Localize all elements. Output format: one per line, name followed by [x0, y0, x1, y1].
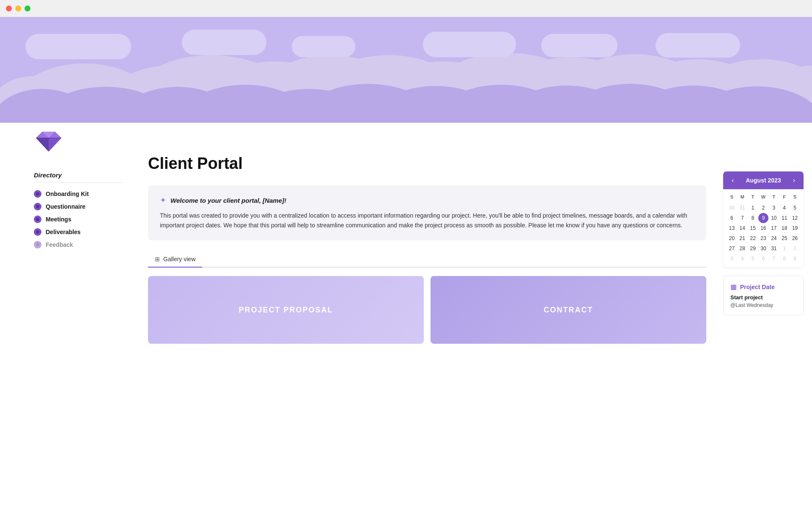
calendar-day[interactable]: 1: [779, 243, 790, 254]
calendar-day[interactable]: 30: [727, 203, 737, 213]
directory-item-label: Meetings: [46, 216, 71, 223]
directory-item[interactable]: Meetings: [34, 213, 123, 226]
calendar-day[interactable]: 1: [748, 203, 758, 213]
project-date-value: @Last Wednesday: [730, 302, 796, 308]
calendar-day-name: M: [737, 193, 748, 201]
card-contract-label: CONTRACT: [544, 306, 593, 315]
calendar-day[interactable]: 24: [768, 233, 779, 243]
svg-marker-40: [49, 138, 61, 152]
calendar-day[interactable]: 31: [768, 243, 779, 254]
calendar-day[interactable]: 26: [790, 233, 800, 243]
directory-item[interactable]: Deliverables: [34, 226, 123, 238]
calendar-day[interactable]: 10: [768, 213, 779, 223]
calendar-day[interactable]: 18: [779, 223, 790, 233]
welcome-title: Welcome to your client portal, [Name]!: [170, 197, 286, 204]
diamond-icon: [34, 130, 63, 153]
calendar-day[interactable]: 28: [737, 243, 748, 254]
welcome-header: ✦ Welcome to your client portal, [Name]!: [160, 196, 694, 205]
close-button[interactable]: [6, 6, 12, 11]
gallery-view-tab[interactable]: ⊞ Gallery view: [148, 252, 202, 268]
calendar-day[interactable]: 14: [737, 223, 748, 233]
calendar-prev-button[interactable]: ‹: [729, 176, 736, 185]
calendar-day[interactable]: 4: [779, 203, 790, 213]
sidebar: Directory Onboarding Kit Questionnaire M…: [0, 155, 135, 344]
svg-rect-32: [423, 32, 516, 57]
calendar-day-name: T: [748, 193, 758, 201]
calendar-day[interactable]: 31: [737, 203, 748, 213]
calendar-day-name: S: [727, 193, 737, 201]
calendar-day[interactable]: 8: [779, 254, 790, 264]
calendar-next-button[interactable]: ›: [790, 176, 798, 185]
dir-dot: [34, 228, 41, 236]
directory-item-label: Onboarding Kit: [46, 190, 89, 197]
calendar-day[interactable]: 3: [727, 254, 737, 264]
calendar-day[interactable]: 7: [737, 213, 748, 223]
calendar-day[interactable]: 3: [768, 203, 779, 213]
page-title: Client Portal: [148, 155, 706, 173]
minimize-button[interactable]: [15, 6, 21, 11]
gallery-icon: ⊞: [155, 256, 160, 262]
page: Directory Onboarding Kit Questionnaire M…: [0, 17, 812, 361]
calendar-day[interactable]: 21: [737, 233, 748, 243]
diamond-icon-area: [0, 123, 812, 155]
calendar-days[interactable]: 3031123456789101112131415161718192021222…: [727, 203, 800, 264]
gallery-tab-label: Gallery view: [163, 256, 195, 262]
calendar-day[interactable]: 17: [768, 223, 779, 233]
calendar-day[interactable]: 5: [790, 203, 800, 213]
calendar-day[interactable]: 2: [790, 243, 800, 254]
dir-dot: [34, 203, 41, 210]
directory-item[interactable]: Feedback: [34, 238, 123, 251]
calendar-day[interactable]: 16: [758, 223, 769, 233]
dir-dot: [34, 241, 41, 248]
directory-item[interactable]: Questionnaire: [34, 200, 123, 213]
calendar-day[interactable]: 27: [727, 243, 737, 254]
welcome-body: This portal was created to provide you w…: [160, 211, 694, 230]
hero-wrapper: [0, 17, 812, 155]
calendar-day-name: W: [758, 193, 769, 201]
sun-icon: ✦: [160, 196, 166, 205]
calendar-day[interactable]: 4: [737, 254, 748, 264]
main-content: Client Portal ✦ Welcome to your client p…: [135, 155, 719, 344]
calendar-day[interactable]: 5: [748, 254, 758, 264]
directory-item[interactable]: Onboarding Kit: [34, 188, 123, 200]
maximize-button[interactable]: [25, 6, 30, 11]
calendar-day[interactable]: 6: [727, 213, 737, 223]
dir-dot: [34, 215, 41, 223]
gallery-card-contract[interactable]: CONTRACT: [431, 276, 706, 344]
calendar-grid: SMTWTFS 30311234567891011121314151617181…: [723, 189, 804, 267]
right-panel: ‹ August 2023 › SMTWTFS 3031123456789101…: [719, 155, 812, 344]
calendar-day[interactable]: 20: [727, 233, 737, 243]
calendar-day[interactable]: 7: [768, 254, 779, 264]
card-proposal-label: PROJECT PROPOSAL: [239, 306, 333, 315]
calendar-day[interactable]: 19: [790, 223, 800, 233]
calendar-day[interactable]: 2: [758, 203, 769, 213]
calendar-day[interactable]: 6: [758, 254, 769, 264]
calendar-day[interactable]: 25: [779, 233, 790, 243]
svg-rect-30: [182, 30, 266, 55]
gallery-card-proposal[interactable]: PROJECT PROPOSAL: [148, 276, 424, 344]
directory-title: Directory: [34, 171, 123, 182]
svg-rect-33: [541, 34, 617, 57]
directory-item-label: Feedback: [46, 241, 73, 248]
svg-rect-31: [292, 36, 355, 57]
calendar-day[interactable]: 22: [748, 233, 758, 243]
calendar-day[interactable]: 23: [758, 233, 769, 243]
calendar-day[interactable]: 15: [748, 223, 758, 233]
calendar-days-header: SMTWTFS: [727, 193, 800, 201]
calendar-day[interactable]: 30: [758, 243, 769, 254]
calendar-day[interactable]: 12: [790, 213, 800, 223]
calendar-day[interactable]: 8: [748, 213, 758, 223]
calendar-day[interactable]: 11: [779, 213, 790, 223]
svg-rect-29: [25, 34, 131, 59]
calendar-day[interactable]: 29: [748, 243, 758, 254]
welcome-box: ✦ Welcome to your client portal, [Name]!…: [148, 185, 706, 240]
calendar-header: ‹ August 2023 ›: [723, 171, 804, 189]
directory-item-label: Questionnaire: [46, 203, 85, 210]
svg-rect-34: [656, 33, 740, 58]
calendar-day[interactable]: 13: [727, 223, 737, 233]
calendar-day-name: F: [779, 193, 790, 201]
calendar-day[interactable]: 9: [790, 254, 800, 264]
calendar-month-year: August 2023: [746, 177, 781, 184]
calendar-day[interactable]: 9: [758, 213, 768, 223]
calendar: ‹ August 2023 › SMTWTFS 3031123456789101…: [723, 171, 804, 267]
